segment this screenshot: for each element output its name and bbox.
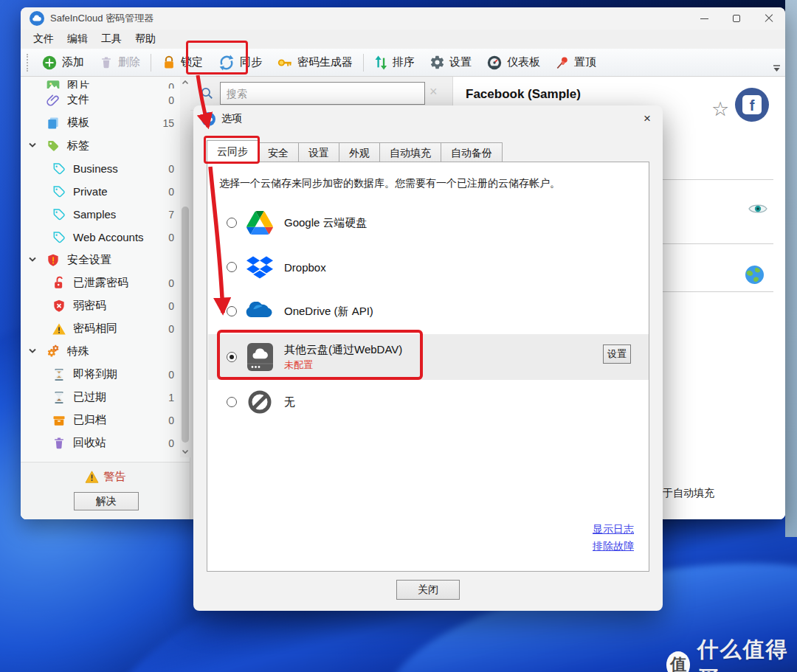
toolbar-separator — [363, 54, 364, 72]
sidebar-item-recycle-bin[interactable]: 回收站 0 — [21, 432, 180, 454]
sidebar-item-files[interactable]: 文件 0 — [21, 89, 180, 111]
minimize-icon — [700, 18, 708, 19]
sidebar-item-expiring-soon[interactable]: 即将到期 0 — [21, 363, 180, 386]
tab-autofill[interactable]: 自动填充 — [379, 142, 441, 162]
sidebar-item-samples[interactable]: Samples 7 — [21, 203, 180, 226]
show-log-link[interactable]: 显示日志 — [593, 521, 634, 538]
dialog-close-button[interactable]: 关闭 — [396, 580, 460, 600]
search-icon — [200, 86, 214, 100]
minimize-button[interactable] — [688, 7, 720, 30]
toolbar-drag-handle[interactable] — [27, 54, 34, 72]
sidebar-item-web-accounts[interactable]: Web Accounts 0 — [21, 226, 180, 249]
wallpaper-right-strip — [785, 0, 797, 537]
provider-google-drive[interactable]: Google 云端硬盘 — [208, 201, 649, 245]
pages-icon — [46, 116, 61, 131]
sidebar-item-pictures[interactable]: 图片 0 — [21, 77, 180, 89]
provider-none[interactable]: 无 — [208, 380, 649, 424]
sidebar-item-private[interactable]: Private 0 — [21, 180, 180, 203]
dropbox-icon — [246, 253, 274, 281]
window-title: SafeInCloud 密码管理器 — [50, 12, 153, 25]
chevron-down-icon — [29, 142, 36, 148]
troubleshoot-link[interactable]: 排除故障 — [593, 538, 634, 555]
tag-outline-icon — [52, 184, 66, 199]
maximize-button[interactable] — [720, 7, 753, 30]
sidebar-item-same-passwords[interactable]: 密码相同 0 — [21, 317, 180, 340]
watermark: 值 什么值得买 — [666, 635, 797, 672]
autofill-caption: 于自动填充 — [663, 487, 714, 500]
sort-icon — [374, 55, 388, 70]
annotation-box-cloud-sync-tab — [204, 136, 260, 164]
sidebar-item-templates[interactable]: 模板 15 — [21, 111, 180, 134]
add-icon — [41, 55, 58, 71]
sidebar-group-special[interactable]: 特殊 — [21, 340, 180, 363]
tab-autobackup[interactable]: 自动备份 — [441, 142, 503, 162]
search-input[interactable] — [220, 82, 425, 105]
tag-icon — [46, 139, 61, 153]
lock-icon — [162, 55, 176, 70]
warning-triangle-icon — [85, 471, 99, 483]
tag-outline-icon — [52, 162, 66, 176]
dialog-titlebar[interactable]: 选项 × — [193, 105, 663, 132]
sidebar-item-business[interactable]: Business 0 — [21, 157, 180, 180]
sidebar-item-expired[interactable]: 已过期 1 — [21, 386, 180, 409]
trash-icon — [99, 55, 114, 70]
google-drive-icon — [246, 209, 274, 237]
provider-onedrive[interactable]: OneDrive (新 API) — [208, 289, 649, 333]
tab-security[interactable]: 安全 — [258, 142, 299, 162]
tag-outline-icon — [52, 207, 66, 222]
sidebar-group-labels[interactable]: 标签 — [21, 134, 180, 157]
toolbar: 添加 删除 锁定 同步 — [21, 49, 785, 77]
add-button[interactable]: 添加 — [34, 51, 92, 75]
settings-button[interactable]: 设置 — [422, 51, 479, 75]
website-globe-icon[interactable] — [745, 265, 765, 285]
sidebar-item-archived[interactable]: 已归档 0 — [21, 409, 180, 432]
close-button[interactable] — [753, 7, 785, 30]
tab-settings[interactable]: 设置 — [298, 142, 339, 162]
dashboard-button[interactable]: 仪表板 — [479, 51, 548, 75]
scroll-down-icon[interactable] — [181, 447, 190, 456]
delete-button[interactable]: 删除 — [92, 51, 148, 75]
sidebar-item-leaked-passwords[interactable]: 已泄露密码 0 — [21, 271, 180, 294]
radio-onedrive[interactable] — [227, 306, 237, 316]
sidebar-item-weak-passwords[interactable]: 弱密码 0 — [21, 294, 180, 317]
pin-button[interactable]: 置顶 — [548, 51, 604, 75]
none-icon — [246, 388, 274, 416]
annotation-box-webdav — [217, 330, 423, 380]
sort-button[interactable]: 排序 — [367, 51, 422, 75]
sidebar-group-security[interactable]: 安全设置 — [21, 249, 180, 271]
warning-label: 警告 — [104, 470, 126, 484]
toolbar-overflow-icon[interactable] — [773, 65, 781, 72]
menu-file[interactable]: 文件 — [27, 30, 61, 48]
shield-alert-icon — [46, 253, 61, 268]
archive-box-icon — [52, 413, 66, 428]
scrollbar-thumb[interactable] — [182, 207, 189, 443]
tag-outline-icon — [52, 230, 66, 245]
show-password-eye-icon[interactable] — [748, 202, 767, 215]
menu-edit[interactable]: 编辑 — [61, 30, 94, 48]
resolve-button[interactable]: 解决 — [74, 492, 139, 510]
radio-dropbox[interactable] — [227, 262, 237, 272]
radio-none[interactable] — [227, 397, 237, 407]
scroll-up-icon[interactable] — [181, 78, 190, 87]
provider-dropbox[interactable]: Dropbox — [208, 245, 649, 289]
menu-tools[interactable]: 工具 — [94, 30, 128, 48]
annotation-box-sync — [186, 41, 248, 75]
titlebar[interactable]: SafeInCloud 密码管理器 — [21, 7, 785, 30]
password-generator-button[interactable]: 密码生成器 — [269, 51, 360, 75]
open-lock-icon — [52, 276, 66, 291]
app-cloud-icon — [30, 11, 44, 26]
webdav-settings-button[interactable]: 设置 — [603, 344, 631, 364]
paperclip-icon — [46, 93, 61, 108]
facebook-logo-icon: f — [735, 88, 769, 122]
tab-appearance[interactable]: 外观 — [339, 142, 380, 162]
dialog-close-icon[interactable]: × — [644, 111, 651, 126]
radio-google-drive[interactable] — [227, 218, 237, 228]
gears-icon — [46, 344, 61, 359]
menu-help[interactable]: 帮助 — [128, 30, 162, 48]
sidebar-scrollbar[interactable] — [180, 77, 190, 457]
favorite-star-icon[interactable]: ☆ — [711, 97, 729, 121]
warning-area: 警告 解决 — [21, 462, 190, 519]
maximize-icon — [733, 15, 740, 22]
hourglass-icon — [52, 367, 66, 382]
search-clear-icon[interactable]: × — [429, 84, 438, 100]
